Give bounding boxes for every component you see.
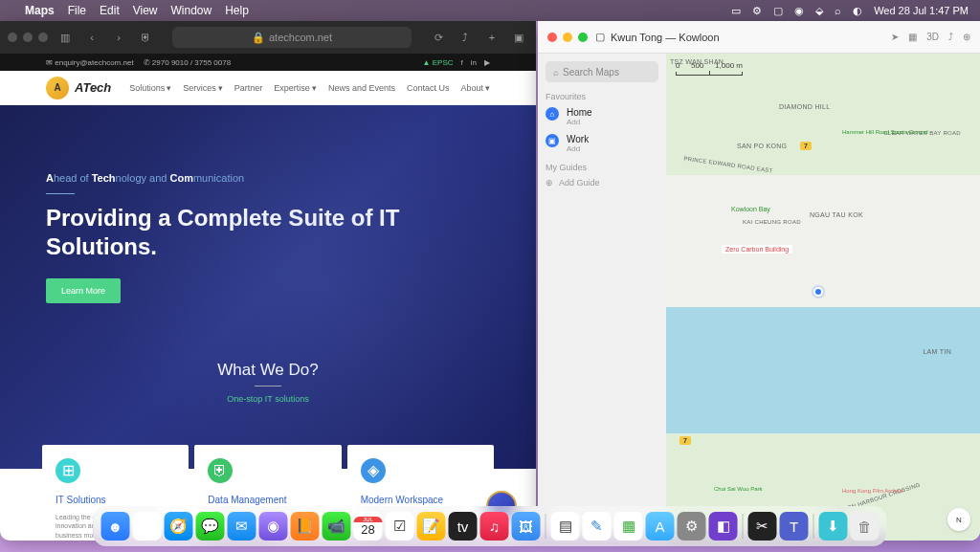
epsc-link[interactable]: ▲ EPSC xyxy=(423,58,454,67)
dock-appstore[interactable]: A xyxy=(646,512,675,541)
menu-file[interactable]: File xyxy=(68,4,86,17)
dock-appletv[interactable]: tv xyxy=(449,512,478,541)
maps-sidebar: ⌕ Search Maps Favourites ⌂ HomeAdd ▣ Wor… xyxy=(538,54,666,541)
dock-calendar[interactable]: JUL28 xyxy=(354,512,383,541)
route-shield: 7 xyxy=(679,436,691,445)
fav-sub: Add xyxy=(567,144,589,153)
dock-teams[interactable]: T xyxy=(780,512,809,541)
dock-finalcut[interactable]: ✂ xyxy=(748,512,777,541)
favorite-home[interactable]: ⌂ HomeAdd xyxy=(546,107,658,126)
fav-name: Work xyxy=(567,134,589,144)
dock-trash[interactable]: 🗑 xyxy=(851,512,880,541)
dock-safari[interactable]: 🧭 xyxy=(165,512,193,541)
minimize-button[interactable] xyxy=(23,33,33,42)
back-button[interactable]: ‹ xyxy=(82,28,101,47)
dock-keynote[interactable]: ▤ xyxy=(551,512,580,541)
share-icon[interactable]: ⤴ xyxy=(948,32,953,42)
search-icon[interactable]: ⌕ xyxy=(835,5,841,16)
forward-button[interactable]: › xyxy=(109,28,128,47)
linkedin-icon[interactable]: in xyxy=(471,58,477,67)
dock-notes[interactable]: 📝 xyxy=(417,512,446,541)
menu-view[interactable]: View xyxy=(133,4,158,17)
fav-sub: Add xyxy=(567,118,592,126)
url-text: atechcom.net xyxy=(269,32,332,43)
menubar-clock[interactable]: Wed 28 Jul 1:47 PM xyxy=(874,5,969,16)
close-button[interactable] xyxy=(547,33,557,42)
card-title: Modern Workspace xyxy=(361,495,480,505)
dock-podcasts[interactable]: ◉ xyxy=(259,512,288,541)
dock-messages[interactable]: 💬 xyxy=(196,512,225,541)
poi-hk-film[interactable]: Hong Kong Film Archive xyxy=(838,487,907,495)
dock-books[interactable]: 📙 xyxy=(291,512,320,541)
maximize-button[interactable] xyxy=(38,33,48,42)
dock-settings[interactable]: ⚙ xyxy=(678,512,706,541)
minimize-button[interactable] xyxy=(563,33,572,42)
poi-zero-carbon[interactable]: Zero Carbon Building xyxy=(722,245,792,254)
new-tab-icon[interactable]: + xyxy=(482,28,501,47)
add-guide-button[interactable]: ⊕ Add Guide xyxy=(546,178,658,188)
map-label: LAM TIN xyxy=(923,348,951,355)
menu-help[interactable]: Help xyxy=(225,4,249,17)
bookmark-icon[interactable]: ▢ xyxy=(595,31,605,43)
compass-button[interactable]: N xyxy=(947,508,970,531)
nav-partner[interactable]: Partner xyxy=(234,83,263,93)
3d-toggle[interactable]: 3D xyxy=(926,32,939,42)
dock-launchpad[interactable]: ⊞ xyxy=(133,512,162,541)
dock-downloads[interactable]: ⬇ xyxy=(819,512,848,541)
site-logo[interactable]: A ATech xyxy=(46,77,111,99)
dock-preview[interactable]: 🖼 xyxy=(512,512,541,541)
dock-separator xyxy=(546,514,546,539)
menu-window[interactable]: Window xyxy=(171,4,212,17)
contact-phone[interactable]: ✆ 2970 9010 / 3755 0078 xyxy=(144,58,232,67)
dock-finder[interactable]: ☻ xyxy=(101,512,130,541)
nav-solutions[interactable]: Solutions ▾ xyxy=(129,83,171,93)
close-button[interactable] xyxy=(8,33,17,42)
location-icon[interactable]: ➤ xyxy=(891,32,899,42)
reload-icon[interactable]: ⟳ xyxy=(429,28,448,47)
sidebar-toggle-icon[interactable]: ▥ xyxy=(56,28,75,47)
battery-icon[interactable]: ▭ xyxy=(731,5,741,17)
contact-email[interactable]: ✉ enquiry@atechcom.net xyxy=(46,58,134,67)
dock-music[interactable]: ♫ xyxy=(480,512,509,541)
nav-contact[interactable]: Contact Us xyxy=(407,83,450,93)
dock-mail[interactable]: ✉ xyxy=(228,512,256,541)
wifi-icon[interactable]: ⬙ xyxy=(815,5,823,17)
nav-expertise[interactable]: Expertise ▾ xyxy=(274,83,317,93)
menu-edit[interactable]: Edit xyxy=(100,4,120,17)
dock-facetime[interactable]: 📹 xyxy=(323,512,351,541)
map-label: TSZ WAN SHAN xyxy=(670,58,724,65)
maps-location-title: Kwun Tong — Kowloon xyxy=(611,32,720,43)
dock-numbers[interactable]: ▦ xyxy=(614,512,643,541)
siri-icon[interactable]: ◐ xyxy=(853,5,862,17)
poi-kowloon-bay[interactable]: Kowloon Bay xyxy=(727,205,774,213)
facebook-icon[interactable]: f xyxy=(461,58,463,67)
share-icon[interactable]: ⤴ xyxy=(456,28,475,47)
learn-more-button[interactable]: Learn More xyxy=(46,278,121,303)
control-center-icon[interactable]: ⚙ xyxy=(752,5,762,17)
dock-app[interactable]: ◧ xyxy=(709,512,738,541)
display-icon[interactable]: ▢ xyxy=(773,5,783,17)
dock-pages[interactable]: ✎ xyxy=(583,512,612,541)
youtube-icon[interactable]: ▶ xyxy=(484,58,490,67)
poi-hammer-hill[interactable]: Hammer Hill Road Sports Ground xyxy=(838,128,932,136)
nav-news[interactable]: News and Events xyxy=(328,83,395,93)
search-input[interactable]: ⌕ Search Maps xyxy=(546,61,658,82)
user-location-dot xyxy=(813,287,823,297)
dock-reminders[interactable]: ☑ xyxy=(386,512,414,541)
route-shield: 7 xyxy=(800,142,812,150)
more-icon[interactable]: ⊕ xyxy=(963,32,970,42)
url-bar[interactable]: 🔒 atechcom.net xyxy=(172,27,412,48)
favorite-work[interactable]: ▣ WorkAdd xyxy=(546,134,658,153)
tabs-icon[interactable]: ▣ xyxy=(509,28,528,47)
nav-services[interactable]: Services ▾ xyxy=(183,83,223,93)
poi-choi-sai[interactable]: Choi Sai Woo Park xyxy=(710,485,767,493)
menubar-app-name[interactable]: Maps xyxy=(25,4,55,17)
card-title: Data Management xyxy=(208,495,327,505)
dock: ☻ ⊞ 🧭 💬 ✉ ◉ 📙 📹 JUL28 ☑ 📝 tv ♫ 🖼 ▤ ✎ ▦ A… xyxy=(94,506,887,546)
map-canvas[interactable]: 05001,000 m TSZ WAN SHAN DIAMOND HILL SA… xyxy=(666,54,980,541)
map-mode-icon[interactable]: ▦ xyxy=(908,32,917,42)
maximize-button[interactable] xyxy=(578,33,588,42)
user-icon[interactable]: ◉ xyxy=(794,5,804,17)
shield-icon[interactable]: ⛨ xyxy=(136,28,155,47)
nav-about[interactable]: About ▾ xyxy=(460,83,490,93)
